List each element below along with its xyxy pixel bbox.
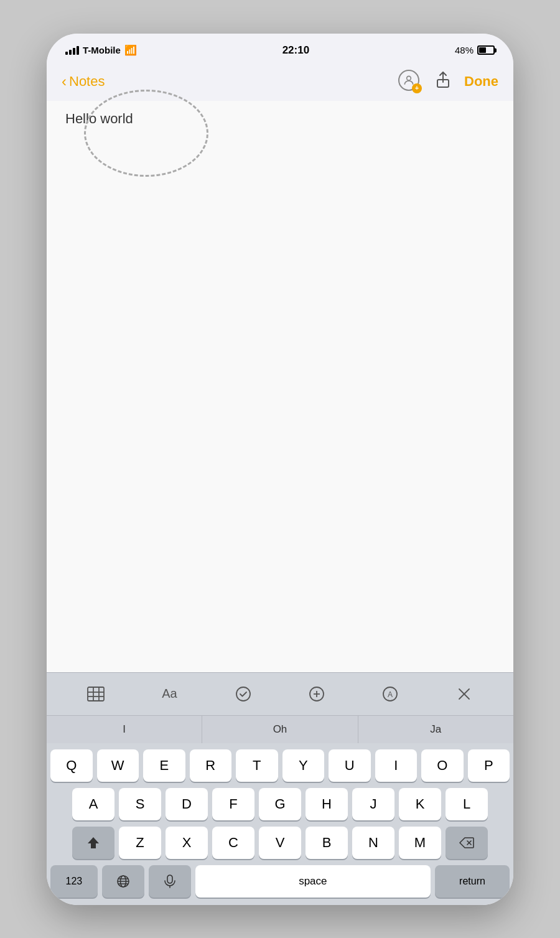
signal-bar-3 bbox=[73, 48, 75, 55]
key-L[interactable]: L bbox=[446, 788, 488, 820]
keyboard-toolbar: Aa A bbox=[47, 672, 513, 715]
battery-percent-label: 48% bbox=[455, 45, 474, 55]
find-icon[interactable]: A bbox=[376, 680, 404, 708]
carrier-label: T-Mobile bbox=[83, 45, 121, 55]
table-icon[interactable] bbox=[82, 680, 110, 708]
key-T[interactable]: T bbox=[236, 749, 278, 782]
nav-left[interactable]: ‹ Notes bbox=[62, 73, 105, 90]
note-content-area[interactable]: Hello world bbox=[47, 101, 513, 672]
svg-point-0 bbox=[407, 76, 411, 80]
battery-body bbox=[477, 45, 495, 55]
suggestions-bar: I Oh Ja bbox=[47, 715, 513, 743]
nav-right: + Done bbox=[398, 70, 498, 93]
key-P[interactable]: P bbox=[468, 749, 510, 782]
note-title[interactable]: Hello world bbox=[65, 111, 495, 127]
phone-frame: T-Mobile 📶 22:10 48% ‹ Notes bbox=[47, 34, 513, 905]
close-keyboard-icon[interactable] bbox=[450, 680, 478, 708]
key-I[interactable]: I bbox=[375, 749, 418, 782]
key-S[interactable]: S bbox=[119, 788, 161, 820]
keyboard-row-3: Z X C V B N M bbox=[50, 827, 510, 859]
nav-bar: ‹ Notes + Done bbox=[47, 65, 513, 101]
signal-bar-1 bbox=[65, 52, 68, 55]
key-U[interactable]: U bbox=[329, 749, 371, 782]
signal-bars bbox=[65, 46, 79, 55]
key-Z[interactable]: Z bbox=[119, 827, 161, 859]
key-V[interactable]: V bbox=[259, 827, 301, 859]
svg-marker-15 bbox=[88, 837, 99, 848]
key-J[interactable]: J bbox=[352, 788, 394, 820]
suggestion-3[interactable]: Ja bbox=[358, 716, 513, 743]
key-D[interactable]: D bbox=[166, 788, 208, 820]
key-O[interactable]: O bbox=[421, 749, 464, 782]
key-Y[interactable]: Y bbox=[282, 749, 325, 782]
keyboard-row-2: A S D F G H J K L bbox=[50, 788, 510, 820]
status-bar: T-Mobile 📶 22:10 48% bbox=[47, 34, 513, 65]
battery-fill bbox=[479, 47, 486, 53]
key-B[interactable]: B bbox=[306, 827, 348, 859]
key-M[interactable]: M bbox=[399, 827, 441, 859]
back-chevron-icon: ‹ bbox=[62, 73, 67, 90]
share-button[interactable] bbox=[436, 71, 450, 92]
done-button[interactable]: Done bbox=[464, 73, 498, 90]
keyboard: Q W E R T Y U I O P A S D F G H J K L bbox=[47, 743, 513, 905]
svg-text:A: A bbox=[388, 690, 393, 699]
back-label[interactable]: Notes bbox=[69, 73, 105, 90]
globe-key[interactable] bbox=[102, 865, 144, 898]
plus-badge: + bbox=[412, 83, 422, 93]
key-G[interactable]: G bbox=[259, 788, 301, 820]
key-E[interactable]: E bbox=[143, 749, 185, 782]
checklist-icon[interactable] bbox=[230, 680, 257, 708]
space-key[interactable]: space bbox=[195, 865, 431, 898]
add-person-button[interactable]: + bbox=[398, 70, 422, 93]
keyboard-row-4: 123 space return bbox=[50, 865, 510, 898]
mic-key[interactable] bbox=[149, 865, 191, 898]
shift-key[interactable] bbox=[72, 827, 114, 859]
key-N[interactable]: N bbox=[352, 827, 394, 859]
signal-bar-2 bbox=[69, 50, 72, 55]
key-F[interactable]: F bbox=[212, 788, 254, 820]
key-H[interactable]: H bbox=[306, 788, 348, 820]
status-right: 48% bbox=[455, 45, 495, 55]
suggestion-1[interactable]: I bbox=[47, 716, 202, 743]
svg-point-7 bbox=[236, 687, 250, 701]
insert-icon[interactable] bbox=[303, 680, 330, 708]
svg-rect-2 bbox=[88, 687, 104, 701]
suggestion-2[interactable]: Oh bbox=[202, 716, 358, 743]
numbers-key[interactable]: 123 bbox=[50, 865, 98, 898]
key-A[interactable]: A bbox=[72, 788, 114, 820]
battery-indicator bbox=[477, 45, 495, 55]
key-W[interactable]: W bbox=[97, 749, 139, 782]
wifi-icon: 📶 bbox=[124, 44, 137, 56]
return-key[interactable]: return bbox=[435, 865, 510, 898]
delete-key[interactable] bbox=[446, 827, 488, 859]
status-left: T-Mobile 📶 bbox=[65, 44, 137, 56]
key-R[interactable]: R bbox=[190, 749, 232, 782]
keyboard-row-1: Q W E R T Y U I O P bbox=[50, 749, 510, 782]
signal-bar-4 bbox=[77, 46, 79, 55]
status-time: 22:10 bbox=[282, 44, 309, 57]
key-C[interactable]: C bbox=[212, 827, 254, 859]
svg-rect-23 bbox=[167, 875, 172, 883]
text-format-icon[interactable]: Aa bbox=[156, 680, 183, 708]
key-K[interactable]: K bbox=[399, 788, 441, 820]
key-Q[interactable]: Q bbox=[50, 749, 93, 782]
key-X[interactable]: X bbox=[166, 827, 208, 859]
